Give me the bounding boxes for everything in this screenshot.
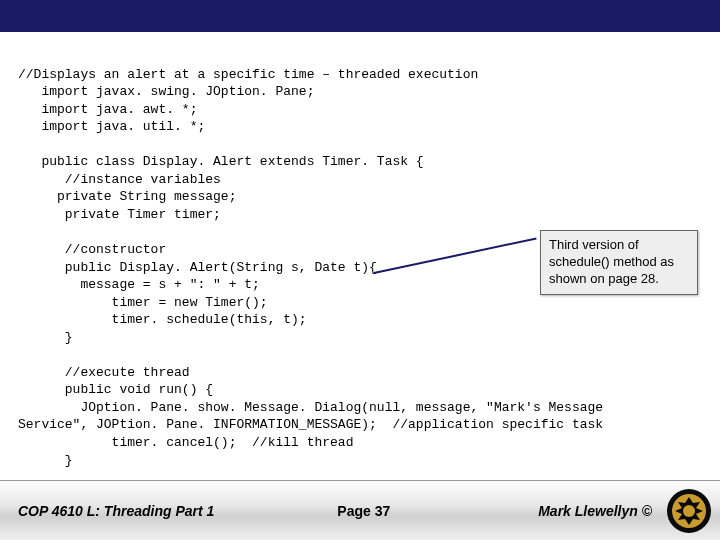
code-line: } xyxy=(18,330,73,345)
footer-course: COP 4610 L: Threading Part 1 xyxy=(18,503,268,519)
code-line: //execute thread xyxy=(18,365,190,380)
code-line: timer. schedule(this, t); xyxy=(18,312,307,327)
slide-content: //Displays an alert at a specific time –… xyxy=(0,32,720,480)
footer-page: Page 37 xyxy=(268,503,460,519)
code-line: import java. awt. *; xyxy=(18,102,197,117)
code-line: //instance variables xyxy=(18,172,221,187)
footer-bar: COP 4610 L: Threading Part 1 Page 37 Mar… xyxy=(0,480,720,540)
callout-text: Third version of schedule() method as sh… xyxy=(549,237,674,286)
code-line: Service", JOPtion. Pane. INFORMATION_MES… xyxy=(18,417,603,432)
code-line: message = s + ": " + t; xyxy=(18,277,260,292)
code-line: public void run() { xyxy=(18,382,213,397)
code-line: private String message; xyxy=(18,189,236,204)
code-line: timer. cancel(); //kill thread xyxy=(18,435,353,450)
code-line: JOption. Pane. show. Message. Dialog(nul… xyxy=(18,400,603,415)
code-line: public Display. Alert(String s, Date t){ xyxy=(18,260,377,275)
code-line: timer = new Timer(); xyxy=(18,295,268,310)
code-line: //Displays an alert at a specific time –… xyxy=(18,67,478,82)
callout-box: Third version of schedule() method as sh… xyxy=(540,230,698,295)
title-bar xyxy=(0,0,720,32)
code-line: import java. util. *; xyxy=(18,119,205,134)
svg-point-2 xyxy=(683,505,695,517)
ucf-logo-icon xyxy=(666,488,712,534)
code-line: //constructor xyxy=(18,242,166,257)
code-line: private Timer timer; xyxy=(18,207,221,222)
code-line: public class Display. Alert extends Time… xyxy=(18,154,424,169)
code-line: } xyxy=(18,453,73,468)
code-line: import javax. swing. JOption. Pane; xyxy=(18,84,314,99)
